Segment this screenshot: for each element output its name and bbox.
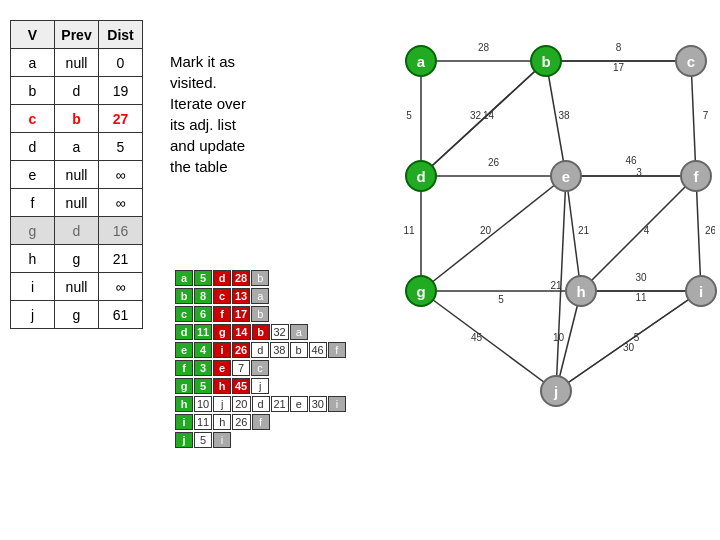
- svg-text:20: 20: [480, 225, 492, 236]
- mini-label: a: [175, 270, 193, 286]
- mini-cell: 38: [270, 342, 288, 358]
- table-row: gd16: [11, 217, 143, 245]
- svg-text:11: 11: [403, 225, 415, 236]
- mini-row: e4i26d38b46f: [175, 342, 455, 358]
- mini-cell: 21: [271, 396, 289, 412]
- cell-prev: a: [55, 133, 99, 161]
- mini-cell: b: [252, 324, 270, 340]
- table-row: jg61: [11, 301, 143, 329]
- table-row: hg21: [11, 245, 143, 273]
- svg-text:21: 21: [550, 280, 562, 291]
- mini-row: h10j20d21e30i: [175, 396, 455, 412]
- mini-cell: b: [251, 306, 269, 322]
- svg-text:46: 46: [625, 155, 637, 166]
- cell-v: h: [11, 245, 55, 273]
- mini-cell: j: [213, 396, 231, 412]
- mini-cell: g: [213, 324, 231, 340]
- mini-cell: 11: [194, 324, 212, 340]
- node-g: g: [405, 275, 437, 307]
- node-i: i: [685, 275, 717, 307]
- mini-cell: i: [213, 342, 231, 358]
- svg-line-40: [696, 176, 701, 291]
- mini-cell: h: [213, 414, 231, 430]
- mini-cell: a: [251, 288, 269, 304]
- svg-text:7: 7: [703, 110, 709, 121]
- mini-cell: i: [213, 432, 231, 448]
- mini-label: c: [175, 306, 193, 322]
- node-e: e: [550, 160, 582, 192]
- mini-cell: 13: [232, 288, 250, 304]
- cell-v: d: [11, 133, 55, 161]
- cell-v: b: [11, 77, 55, 105]
- cell-v: a: [11, 49, 55, 77]
- mini-row: i11h26f: [175, 414, 455, 430]
- svg-text:26: 26: [488, 157, 500, 168]
- mini-cell: 4: [194, 342, 212, 358]
- cell-dist: 21: [99, 245, 143, 273]
- mini-cell: f: [328, 342, 346, 358]
- mini-cell: 45: [232, 378, 250, 394]
- svg-text:3: 3: [636, 167, 642, 178]
- table-row: anull0: [11, 49, 143, 77]
- cell-prev: null: [55, 273, 99, 301]
- mini-cell: d: [252, 396, 270, 412]
- svg-text:11: 11: [635, 292, 647, 303]
- cell-v: j: [11, 301, 55, 329]
- table-row: inull∞: [11, 273, 143, 301]
- mini-cell: 8: [194, 288, 212, 304]
- mini-label: b: [175, 288, 193, 304]
- node-j: j: [540, 375, 572, 407]
- cell-prev: null: [55, 49, 99, 77]
- mini-cell: d: [213, 270, 231, 286]
- cell-v: g: [11, 217, 55, 245]
- mini-cell: 5: [194, 432, 212, 448]
- node-a: a: [405, 45, 437, 77]
- mini-row: d11g14b32a: [175, 324, 455, 340]
- mini-cell: 32: [271, 324, 289, 340]
- mini-cell: h: [213, 378, 231, 394]
- mini-cell: 3: [194, 360, 212, 376]
- mini-label: g: [175, 378, 193, 394]
- dijkstra-table: V Prev Dist anull0bd19cb27da5enull∞fnull…: [10, 20, 143, 329]
- node-d: d: [405, 160, 437, 192]
- mini-cell: 26: [232, 414, 250, 430]
- mini-cell: 46: [309, 342, 327, 358]
- table-row: da5: [11, 133, 143, 161]
- mini-row: f3e7c: [175, 360, 455, 376]
- mini-cell: j: [251, 378, 269, 394]
- svg-text:8: 8: [616, 42, 622, 53]
- cell-dist: 61: [99, 301, 143, 329]
- mini-cell: 6: [194, 306, 212, 322]
- mini-label: d: [175, 324, 193, 340]
- node-c: c: [675, 45, 707, 77]
- mini-cell: a: [290, 324, 308, 340]
- svg-text:5: 5: [498, 294, 504, 305]
- cell-prev: g: [55, 301, 99, 329]
- mini-label: f: [175, 360, 193, 376]
- node-b: b: [530, 45, 562, 77]
- mini-cell: e: [213, 360, 231, 376]
- mini-cell: 20: [232, 396, 250, 412]
- mini-cell: f: [252, 414, 270, 430]
- svg-text:30: 30: [623, 342, 635, 353]
- table-row: cb27: [11, 105, 143, 133]
- table-row: fnull∞: [11, 189, 143, 217]
- cell-dist: 0: [99, 49, 143, 77]
- node-h: h: [565, 275, 597, 307]
- step-description: Mark it asvisited.Iterate overits adj. l…: [170, 30, 330, 177]
- svg-line-12: [421, 61, 546, 176]
- cell-dist: ∞: [99, 161, 143, 189]
- svg-text:38: 38: [558, 110, 570, 121]
- cell-prev: b: [55, 105, 99, 133]
- mini-cell: e: [290, 396, 308, 412]
- cell-prev: d: [55, 217, 99, 245]
- mini-row: c6f17b: [175, 306, 455, 322]
- table-row: bd19: [11, 77, 143, 105]
- col-dist: Dist: [99, 21, 143, 49]
- mini-cell: c: [213, 288, 231, 304]
- cell-prev: null: [55, 189, 99, 217]
- mini-cell: 28: [232, 270, 250, 286]
- mini-row: j5i: [175, 432, 455, 448]
- mini-cell: i: [328, 396, 346, 412]
- cell-v: f: [11, 189, 55, 217]
